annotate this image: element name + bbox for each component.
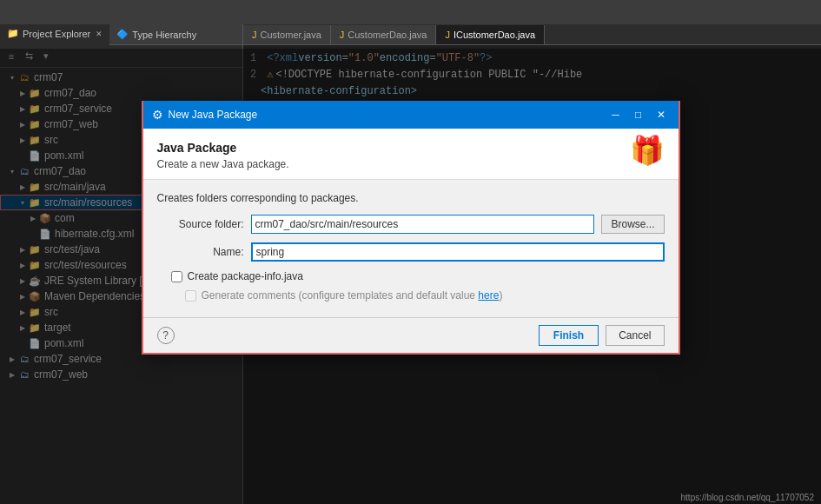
name-input[interactable]: [251, 242, 665, 262]
cancel-button[interactable]: Cancel: [606, 325, 664, 346]
project-explorer-close[interactable]: ✕: [96, 30, 103, 38]
dialog-footer: ? Finish Cancel: [143, 317, 679, 353]
generate-comments-label: Generate comments (configure templates a…: [202, 289, 503, 302]
dialog-header: 🎁 Java Package Create a new Java package…: [143, 129, 679, 180]
tab-customer-java[interactable]: J Customer.java: [243, 25, 331, 44]
customer-java-label: Customer.java: [261, 30, 321, 40]
customer-dao-icon: J: [340, 30, 345, 40]
generate-comments-row: Generate comments (configure templates a…: [157, 289, 665, 302]
new-java-package-dialog: ⚙ New Java Package ─ □ ✕ 🎁 Java Package …: [142, 101, 680, 355]
tab-customer-dao-java[interactable]: J CustomerDao.java: [331, 25, 437, 44]
dialog-overlay: ⚙ New Java Package ─ □ ✕ 🎁 Java Package …: [0, 49, 821, 504]
editor-tab-bar: J Customer.java J CustomerDao.java J ICu…: [243, 24, 821, 45]
dialog-maximize-button[interactable]: □: [630, 106, 647, 123]
customer-dao-label: CustomerDao.java: [348, 30, 427, 40]
dialog-title-text: New Java Package: [169, 109, 602, 121]
icustomer-dao-icon: J: [445, 30, 450, 40]
top-tab-bar: [0, 0, 821, 24]
package-info-checkbox[interactable]: [171, 271, 182, 282]
dialog-body: Creates folders corresponding to package…: [143, 180, 679, 317]
dialog-title-icon: ⚙: [152, 108, 163, 122]
dialog-header-icon: 🎁: [630, 134, 665, 167]
footer-right: Finish Cancel: [539, 325, 665, 346]
source-folder-input[interactable]: [251, 215, 595, 234]
project-explorer-icon: 📁: [7, 28, 19, 39]
finish-button[interactable]: Finish: [539, 325, 599, 346]
dialog-minimize-button[interactable]: ─: [607, 106, 625, 123]
icustomer-dao-label: ICustomerDao.java: [454, 30, 535, 40]
panel-tab-bar: 📁 Project Explorer ✕ 🔷 Type Hierarchy: [0, 24, 242, 45]
watermark: https://blog.csdn.net/qq_11707052: [681, 493, 814, 502]
tab-project-explorer[interactable]: 📁 Project Explorer ✕: [0, 24, 109, 45]
type-hierarchy-label: Type Hierarchy: [132, 30, 196, 40]
help-button[interactable]: ?: [157, 327, 175, 344]
name-row: Name:: [157, 242, 665, 262]
generate-comments-checkbox[interactable]: [185, 290, 196, 302]
source-folder-row: Source folder: Browse...: [157, 215, 665, 234]
dialog-header-title: Java Package: [157, 141, 665, 155]
name-label: Name:: [157, 246, 244, 258]
browse-button[interactable]: Browse...: [601, 215, 664, 234]
tab-type-hierarchy[interactable]: 🔷 Type Hierarchy: [109, 24, 203, 45]
source-folder-label: Source folder:: [157, 218, 244, 230]
package-info-row: Create package-info.java: [157, 270, 665, 282]
type-hierarchy-icon: 🔷: [116, 29, 129, 40]
project-explorer-label: Project Explorer: [23, 29, 90, 39]
dialog-desc: Creates folders corresponding to package…: [157, 192, 665, 204]
dialog-title-bar: ⚙ New Java Package ─ □ ✕: [143, 101, 679, 129]
dialog-header-desc: Create a new Java package.: [157, 158, 665, 170]
here-link[interactable]: here: [478, 289, 499, 302]
tab-icustomer-dao-java[interactable]: J ICustomerDao.java: [436, 25, 545, 44]
footer-left: ?: [157, 327, 175, 344]
package-info-label[interactable]: Create package-info.java: [188, 270, 303, 282]
customer-java-icon: J: [252, 30, 257, 40]
dialog-close-button[interactable]: ✕: [652, 106, 670, 123]
